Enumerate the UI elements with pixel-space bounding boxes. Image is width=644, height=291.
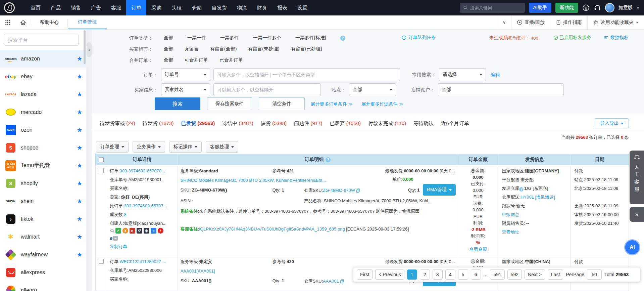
filter-option[interactable]: 一票一件 — [187, 35, 206, 41]
site-select[interactable]: 全部 — [349, 83, 396, 96]
row-checkbox[interactable] — [99, 168, 104, 173]
human-service-panel[interactable]: 人工客服 — [630, 151, 644, 204]
order-number-input[interactable] — [213, 68, 400, 81]
page-number-button[interactable]: 4 — [445, 269, 455, 280]
cs-note-attachment-link[interactable]: lQLPKcXz0AJy78HNAq3NBU-wTuS8iUhBgFgIlSaS… — [199, 226, 345, 232]
apps-grid-icon[interactable] — [0, 15, 15, 29]
ai-float-button[interactable]: AI — [624, 239, 640, 255]
copy-order-link[interactable]: 复制订单 — [110, 244, 127, 249]
filter-option[interactable]: 有留言(全部) — [210, 46, 237, 52]
collapse-chevron-icon[interactable]: ∨ — [497, 15, 511, 29]
nav-logistics[interactable]: 物流 — [232, 0, 252, 15]
more-order-conditions-link[interactable]: 展开更多订单条件 ≫ — [311, 101, 353, 107]
nav-sales[interactable]: 销售 — [66, 0, 86, 15]
favorite-star-icon[interactable] — [73, 144, 86, 152]
favorite-star-icon[interactable] — [73, 198, 86, 205]
favorite-star-icon[interactable] — [73, 180, 86, 187]
e-logo-icon[interactable]: e — [110, 235, 112, 241]
tab-frozen[interactable]: 冻结中 (3487) — [218, 120, 257, 127]
platform-item-wayfairnew[interactable]: wayfairnew — [0, 246, 86, 263]
filter-option[interactable]: 可合并订单 — [185, 57, 208, 63]
nav-firstleg[interactable]: 头程 — [166, 0, 187, 15]
favorite-star-icon[interactable] — [73, 126, 86, 134]
original-order-link[interactable]: 303-3974603-65707... — [124, 203, 167, 208]
nav-reports[interactable]: 报表 — [272, 0, 292, 15]
nav-finance[interactable]: 财务 — [252, 0, 272, 15]
live-replay-link[interactable]: 直播/回放 — [511, 15, 550, 29]
rma-manage-button[interactable]: RMA管理 — [423, 184, 456, 196]
alert-icon[interactable]: ! — [158, 228, 163, 234]
nav-settings[interactable]: 设置 — [292, 0, 312, 15]
business-ops-menu[interactable]: 业务操作 — [133, 141, 165, 153]
help-center-tab[interactable]: 帮助中心 — [31, 15, 67, 29]
favorite-star-icon[interactable] — [73, 109, 86, 116]
page-number-button[interactable]: 1 — [407, 269, 417, 280]
declare-info-link[interactable]: 申报信息 — [502, 212, 519, 217]
platform-item-ebay[interactable]: ebay ebay — [0, 68, 86, 85]
platform-item-aliexpress[interactable]: aliexpress — [0, 263, 86, 281]
platform-item-ozon[interactable]: OZON ozon — [0, 121, 86, 139]
copy-icon[interactable] — [340, 279, 344, 284]
clear-conditions-button[interactable]: 清空条件 — [259, 97, 305, 110]
page-next-button[interactable]: Next > — [525, 269, 545, 280]
favorite-star-icon[interactable] — [73, 251, 86, 258]
view-amount-link[interactable]: 查看金额 — [469, 246, 487, 253]
package-return-icon[interactable]: ↺ — [137, 228, 142, 234]
filter-option[interactable]: 一票多件 — [220, 35, 239, 41]
help-question-icon[interactable] — [519, 187, 524, 192]
nav-home[interactable]: 首页 — [26, 0, 46, 15]
page-number-button[interactable]: 3 — [433, 269, 443, 280]
view-address-link[interactable]: 查看地址 — [502, 230, 519, 235]
page-number-button[interactable]: 6 — [471, 269, 481, 280]
tab-unpaid[interactable]: 付款未完成 (110) — [364, 120, 410, 127]
operation-guide-link[interactable]: 操作指南 — [550, 15, 587, 29]
global-search[interactable] — [460, 3, 525, 13]
tab-problem[interactable]: 问题件 (917) — [290, 120, 326, 127]
invoice-check-icon[interactable]: ✓ — [115, 228, 121, 234]
package-box-icon[interactable]: ◆ — [144, 228, 149, 234]
filter-option[interactable]: 全部 — [164, 57, 173, 63]
platform-item-lazada[interactable]: LAZADA lazada — [0, 85, 86, 103]
search-button[interactable]: 搜索 — [155, 97, 200, 110]
order-management-tab[interactable]: 订单管理 — [68, 15, 107, 29]
tag-ship-service-status[interactable]: 已启用标发服务 — [553, 35, 591, 41]
order-type-select[interactable]: 订单号 — [161, 68, 210, 81]
headset-icon[interactable] — [594, 4, 601, 11]
platform-item-shopify[interactable]: S shopify — [0, 174, 86, 192]
platform-search[interactable] — [4, 34, 79, 46]
filter-option[interactable]: 全部 — [164, 35, 173, 41]
tab-to-ship[interactable]: 待发货 (1673) — [139, 120, 178, 127]
page-number-button[interactable]: 5 — [458, 269, 468, 280]
data-metrics-link[interactable]: 数据指标 — [603, 35, 629, 41]
resend-count-link[interactable]: 8 — [124, 212, 127, 217]
order-queue-task-link[interactable]: 订单队列任务 — [401, 35, 436, 41]
filter-option[interactable]: 无留言 — [185, 46, 199, 52]
nav-product[interactable]: 产品 — [46, 0, 66, 15]
platform-item-amazon[interactable]: Amazon amazon — [0, 50, 86, 68]
user-avatar[interactable] — [605, 3, 614, 12]
filter-option[interactable]: 一票多件[标准] — [295, 35, 326, 41]
row-checkbox[interactable] — [99, 259, 104, 264]
nav-purchase[interactable]: 采购 — [146, 0, 166, 15]
more-filter-conditions-link[interactable]: 展开更多过滤条件 ≫ — [361, 101, 403, 107]
freight-truck-icon[interactable]: ▸ — [130, 228, 135, 234]
filter-option[interactable]: 有留言(未处理) — [248, 46, 279, 52]
favorite-star-icon[interactable] — [73, 162, 86, 169]
product-title-link[interactable]: SHINCO Mobiles Klimagerät, 7000 BTU 2,05… — [181, 178, 326, 183]
sidebar-collapse-handle[interactable] — [87, 42, 92, 57]
tab-awaiting-confirm[interactable]: 等待确认 — [410, 120, 437, 127]
new-feature-button[interactable]: 新功能 — [555, 3, 578, 13]
platform-item-walmart[interactable]: ✶ walmart — [0, 228, 86, 246]
order-number-link[interactable]: 303-3974603-657070... — [120, 168, 165, 173]
chevron-down-icon[interactable]: ∨ — [637, 6, 639, 10]
page-number-button[interactable]: 2 — [420, 269, 430, 280]
page-number-button[interactable]: 592 — [507, 269, 522, 280]
calculator-icon[interactable]: − — [113, 236, 118, 241]
select-all-checkbox[interactable] — [99, 157, 104, 162]
sidebar-scrollbar[interactable] — [84, 30, 86, 64]
favorite-star-icon[interactable] — [73, 233, 86, 241]
ai-assistant-button[interactable]: AI助手 — [529, 3, 551, 13]
import-export-button[interactable]: 导入导出 — [595, 118, 629, 128]
search-icon[interactable] — [110, 228, 115, 234]
service-ops-menu[interactable]: 客服处理 — [206, 141, 238, 153]
